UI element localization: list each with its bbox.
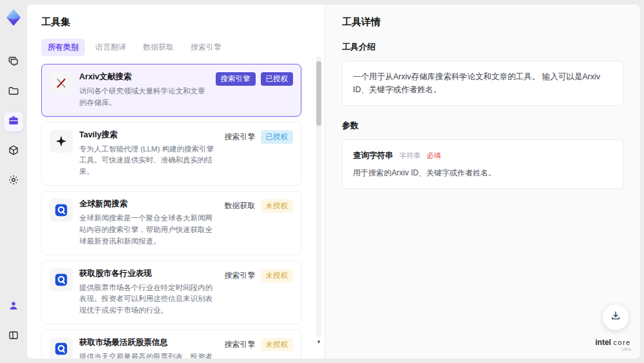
- tab-category-1[interactable]: 语言翻译: [89, 39, 133, 56]
- sidebar-item-models[interactable]: [4, 142, 23, 161]
- tool-card[interactable]: 获取股市各行业表现提供股票市场各个行业在特定时间段内的表现。投资者可以利用这些信…: [41, 260, 301, 324]
- tool-category-label: 搜索引擎: [225, 132, 256, 142]
- brand-sub: Ultra: [592, 347, 634, 352]
- sidebar-item-settings[interactable]: [4, 172, 23, 191]
- tool-status-badge: 未授权: [261, 199, 294, 213]
- sidebar-item-collapse[interactable]: [4, 327, 23, 346]
- brand-secondary: core: [613, 338, 630, 346]
- intel-core-logo: intel core Ultra: [592, 338, 634, 352]
- chat-icon: [8, 55, 19, 70]
- gear-icon: [8, 174, 19, 188]
- download-button[interactable]: [603, 304, 629, 330]
- folder-icon: [8, 85, 19, 99]
- tool-category-label: 搜索引擎: [225, 270, 256, 281]
- brand-main: intel: [595, 338, 611, 347]
- param-description: 用于搜索的Arxiv ID、关键字或作者姓名。: [353, 167, 612, 179]
- tab-category-0[interactable]: 所有类别: [41, 39, 85, 56]
- tool-description: 专为人工智能代理 (LLM) 构建的搜索引擎工具。可快速提供实时、准确和真实的结…: [79, 144, 218, 178]
- tool-detail-panel: 工具详情 工具介绍 一个用于从Arxiv存储库搜索科学论文和文章的工具。 输入可…: [325, 5, 640, 358]
- tool-status-badge: 未授权: [261, 269, 294, 282]
- category-tabs: 所有类别语言翻译数据获取搜索引擎: [41, 39, 310, 56]
- tool-card[interactable]: Tavily搜索专为人工智能代理 (LLM) 构建的搜索引擎工具。可快速提供实时…: [41, 122, 301, 186]
- cube-icon: [8, 144, 19, 159]
- scrollbar-thumb[interactable]: [316, 61, 321, 126]
- tool-category-label: 搜索引擎: [225, 339, 256, 350]
- param-name: 查询字符串: [353, 151, 393, 160]
- scrollbar-track[interactable]: ▼: [316, 56, 321, 337]
- user-icon: [8, 300, 19, 314]
- intro-card: 一个用于从Arxiv存储库搜索科学论文和文章的工具。 输入可以是Arxiv ID…: [342, 61, 623, 106]
- param-card: 查询字符串 字符串 必填 用于搜索的Arxiv ID、关键字或作者姓名。: [342, 139, 623, 189]
- app-sidebar: [0, 0, 27, 363]
- tool-title: Arxiv文献搜索: [79, 72, 209, 83]
- tool-description: 提供股票市场各个行业在特定时间段内的表现。投资者可以利用这些信息来识别表现优于或…: [79, 282, 218, 317]
- tool-description: 访问各个研究领域大量科学论文和文章的存储库。: [79, 86, 209, 109]
- scrollbar-down-arrow-icon[interactable]: ▼: [316, 339, 321, 345]
- tool-card[interactable]: 全球新闻搜索全球新闻搜索是一个聚合全球各大新闻网站内容的搜索引擎，帮助用户快速获…: [41, 191, 301, 255]
- glm-icon: [50, 268, 73, 291]
- glm-icon: [50, 337, 73, 358]
- tool-card[interactable]: 获取市场最活跃股票信息提供当天交易量最高的股票列表，投资者可以利用这些信息来识别…: [41, 329, 301, 358]
- sidebar-item-chat[interactable]: [4, 53, 23, 72]
- param-required-flag: 必填: [426, 152, 440, 159]
- tab-category-2[interactable]: 数据获取: [137, 39, 180, 56]
- tool-badge: 已授权: [261, 72, 294, 86]
- param-type: 字符串: [399, 152, 421, 159]
- tab-category-3[interactable]: 搜索引擎: [184, 39, 228, 56]
- tool-title: 全球新闻搜索: [79, 199, 218, 210]
- main-content: 工具集 所有类别语言翻译数据获取搜索引擎 Arxiv文献搜索访问各个研究领域大量…: [27, 5, 640, 358]
- detail-title: 工具详情: [342, 16, 623, 28]
- tool-title: 获取市场最活跃股票信息: [79, 337, 218, 348]
- tool-description: 全球新闻搜索是一个聚合全球各大新闻网站内容的搜索引擎，帮助用户快速获取全球最新资…: [79, 213, 218, 247]
- tool-badge: 搜索引擎: [216, 72, 256, 86]
- tool-title: Tavily搜索: [79, 130, 218, 141]
- page-title: 工具集: [41, 16, 310, 28]
- briefcase-icon: [8, 115, 19, 129]
- tavily-icon: [50, 130, 73, 153]
- glm-icon: [50, 199, 73, 222]
- panel-layout-icon: [8, 329, 19, 344]
- download-icon: [610, 310, 621, 324]
- app-logo-icon[interactable]: [4, 8, 23, 27]
- sidebar-item-tools[interactable]: [4, 112, 23, 132]
- tool-list-panel: 工具集 所有类别语言翻译数据获取搜索引擎 Arxiv文献搜索访问各个研究领域大量…: [27, 5, 325, 358]
- tool-list: Arxiv文献搜索访问各个研究领域大量科学论文和文章的存储库。搜索引擎已授权Ta…: [41, 64, 310, 358]
- params-heading: 参数: [342, 120, 623, 132]
- tool-category-label: 数据获取: [225, 201, 256, 211]
- sidebar-item-profile[interactable]: [4, 297, 23, 317]
- tool-title: 获取股市各行业表现: [79, 268, 218, 279]
- arxiv-icon: [50, 72, 73, 95]
- intro-heading: 工具介绍: [342, 41, 623, 53]
- tool-description: 提供当天交易量最高的股票列表，投资者可以利用这些信息来识别流动性强的股票和潜在的…: [79, 351, 218, 358]
- tool-status-badge: 未授权: [261, 338, 294, 351]
- sidebar-item-folder[interactable]: [4, 83, 23, 102]
- tool-card[interactable]: Arxiv文献搜索访问各个研究领域大量科学论文和文章的存储库。搜索引擎已授权: [41, 64, 301, 117]
- tool-status-badge: 已授权: [261, 130, 294, 144]
